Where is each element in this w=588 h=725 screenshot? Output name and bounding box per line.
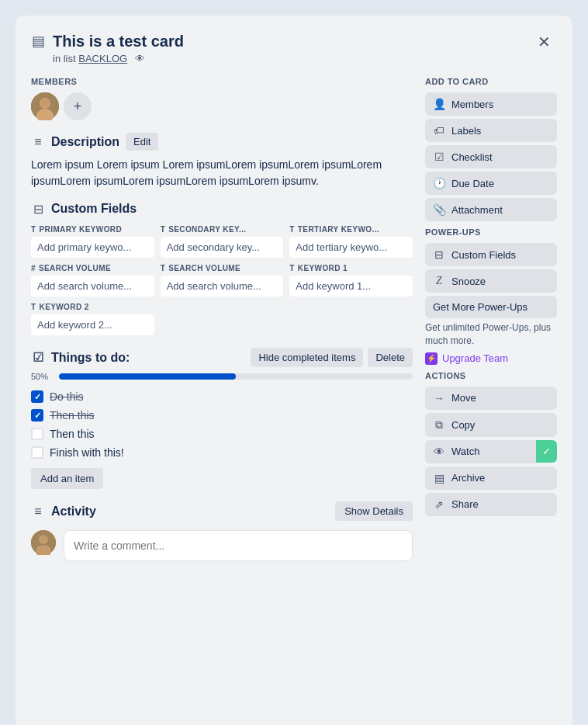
checklist-item-text-3: Finish with this!: [50, 446, 124, 459]
modal-header: ▤ This is a test card in list BACKLOG 👁 …: [31, 31, 557, 64]
custom-fields-icon: ⊟: [31, 202, 45, 216]
checklist-item: Then this: [31, 425, 413, 443]
get-more-power-ups-button[interactable]: Get More Power-Ups: [425, 296, 557, 318]
close-button[interactable]: ✕: [531, 31, 557, 53]
progress-row: 50%: [31, 372, 413, 381]
field-label-3: # SEARCH VOLUME: [31, 264, 154, 272]
watch-action-icon: 👁: [433, 446, 445, 458]
title-area: ▤ This is a test card in list BACKLOG 👁: [31, 31, 531, 64]
actions-label: ACTIONS: [425, 371, 557, 380]
checklist-checkbox-1[interactable]: [31, 409, 43, 421]
field-search-volume-1: # SEARCH VOLUME Add search volume...: [31, 264, 154, 297]
watch-check-button[interactable]: ✓: [536, 440, 557, 463]
share-action-button[interactable]: ⇗ Share: [425, 493, 557, 516]
field-secondary-keyword: T SECONDARY KEY... Add secondary key...: [161, 225, 284, 258]
checklist-item-text-2: Then this: [50, 428, 95, 440]
description-header: ≡ Description Edit: [31, 133, 413, 151]
field-input-1[interactable]: Add secondary key...: [161, 237, 284, 258]
members-label: MEMBERS: [31, 77, 413, 86]
comment-row: [31, 530, 413, 561]
members-sidebar-button[interactable]: 👤 Members: [425, 92, 557, 116]
list-name-link[interactable]: BACKLOG: [78, 53, 127, 64]
upgrade-text: Get unlimited Power-Ups, plus much more.: [425, 321, 557, 348]
progress-bar-background: [59, 373, 413, 380]
add-to-card-label: ADD TO CARD: [425, 77, 557, 86]
show-details-button[interactable]: Show Details: [335, 501, 413, 521]
custom-fields-row-1: T PRIMARY KEYWORD Add primary keywo... T…: [31, 225, 413, 258]
attachment-sidebar-icon: 📎: [433, 203, 445, 216]
hide-completed-button[interactable]: Hide completed items: [251, 348, 363, 367]
field-type-icon-6: T: [31, 303, 36, 311]
snooze-power-up-button[interactable]: Z Snooze: [425, 269, 557, 293]
checklist-section: ☑ Things to do: Hide completed items Del…: [31, 348, 413, 489]
field-type-icon-3: #: [31, 264, 36, 272]
add-item-button[interactable]: Add an item: [31, 468, 103, 489]
upgrade-team-button[interactable]: ⚡ Upgrade Team: [425, 352, 508, 365]
watch-icon[interactable]: 👁: [135, 53, 145, 64]
checklist-checkbox-0[interactable]: [31, 390, 43, 403]
field-type-icon-2: T: [289, 225, 295, 234]
activity-icon: ≡: [31, 505, 45, 519]
field-type-icon-0: T: [31, 225, 36, 234]
delete-checklist-button[interactable]: Delete: [368, 348, 413, 367]
checklist-sidebar-icon: ☑: [433, 151, 445, 163]
members-row: +: [31, 92, 413, 120]
add-member-button[interactable]: +: [64, 92, 92, 120]
field-type-icon-4: T: [161, 264, 166, 272]
edit-description-button[interactable]: Edit: [126, 133, 158, 151]
field-label-6: T KEYWORD 2: [31, 303, 154, 311]
watch-row: 👁 Watch ✓: [425, 440, 557, 463]
field-label-4: T SEARCH VOLUME: [161, 264, 284, 272]
comment-input[interactable]: [64, 530, 413, 561]
checklist-checkbox-3[interactable]: [31, 446, 43, 459]
archive-action-icon: ▤: [433, 472, 445, 484]
card-title: This is a test card: [53, 31, 184, 51]
field-label-5: T KEYWORD 1: [289, 264, 413, 272]
field-type-icon-5: T: [289, 264, 295, 272]
sidebar: ADD TO CARD 👤 Members 🏷 Labels ☑ Checkli…: [425, 77, 557, 725]
field-input-4[interactable]: Add search volume...: [161, 276, 284, 297]
move-action-icon: →: [433, 392, 445, 404]
field-keyword-1: T KEYWORD 1 Add keyword 1...: [289, 264, 413, 297]
field-input-6[interactable]: Add keyword 2...: [31, 314, 154, 335]
archive-action-button[interactable]: ▤ Archive: [425, 467, 557, 490]
attachment-sidebar-button[interactable]: 📎 Attachment: [425, 198, 557, 221]
field-primary-keyword: T PRIMARY KEYWORD Add primary keywo...: [31, 225, 154, 258]
field-input-0[interactable]: Add primary keywo...: [31, 237, 154, 258]
field-input-5[interactable]: Add keyword 1...: [289, 276, 413, 297]
field-input-3[interactable]: Add search volume...: [31, 276, 154, 297]
custom-fields-row-2: # SEARCH VOLUME Add search volume... T S…: [31, 264, 413, 297]
checklist-actions: Hide completed items Delete: [251, 348, 413, 367]
labels-sidebar-button[interactable]: 🏷 Labels: [425, 119, 557, 142]
checklist-checkbox-2[interactable]: [31, 428, 43, 440]
progress-percent: 50%: [31, 372, 53, 381]
field-search-volume-2: T SEARCH VOLUME Add search volume...: [161, 264, 284, 297]
checklist-item-text-0: Do this: [50, 390, 84, 403]
checklist-sidebar-button[interactable]: ☑ Checklist: [425, 145, 557, 168]
checklist-item: Finish with this!: [31, 443, 413, 462]
main-content: MEMBERS + ≡ Description Edit: [31, 77, 413, 725]
copy-action-button[interactable]: ⧉ Copy: [425, 413, 557, 437]
card-type-icon: ▤: [31, 34, 45, 48]
upgrade-icon: ⚡: [425, 352, 438, 365]
field-label-1: T SECONDARY KEY...: [161, 225, 284, 234]
field-label-0: T PRIMARY KEYWORD: [31, 225, 154, 234]
main-layout: MEMBERS + ≡ Description Edit: [31, 77, 557, 725]
checklist-title: ☑ Things to do:: [31, 351, 130, 365]
due-date-sidebar-button[interactable]: 🕐 Due Date: [425, 172, 557, 195]
field-type-icon-1: T: [161, 225, 166, 234]
labels-sidebar-icon: 🏷: [433, 124, 445, 137]
description-title: Description: [51, 135, 119, 149]
move-action-button[interactable]: → Move: [425, 387, 557, 410]
due-date-sidebar-icon: 🕐: [433, 177, 445, 189]
share-action-icon: ⇗: [433, 498, 445, 511]
field-input-2[interactable]: Add tertiary keywo...: [289, 237, 413, 258]
card-subtitle: in list BACKLOG 👁: [53, 53, 184, 64]
copy-action-icon: ⧉: [433, 418, 445, 432]
custom-fields-power-up-icon: ⊟: [433, 248, 445, 261]
watch-action-button[interactable]: 👁 Watch: [425, 440, 536, 463]
snooze-power-up-icon: Z: [433, 275, 445, 287]
custom-fields-power-up-button[interactable]: ⊟ Custom Fields: [425, 243, 557, 266]
avatar[interactable]: [31, 92, 59, 120]
svg-point-3: [40, 99, 50, 108]
